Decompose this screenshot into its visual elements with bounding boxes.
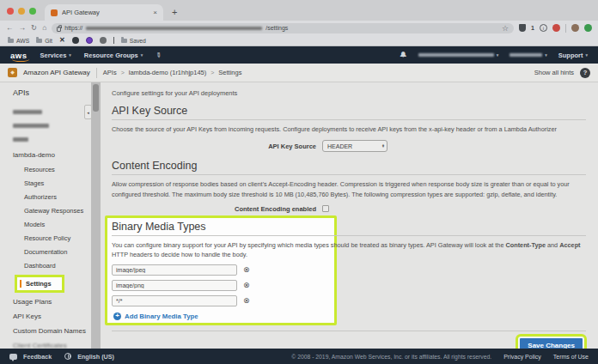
sidebar-item-api-keys[interactable]: API Keys	[13, 309, 91, 324]
chevron-down-icon: ▾	[545, 52, 547, 58]
content-encoding-heading: Content Encoding	[112, 160, 586, 172]
region-menu[interactable]: ▾	[510, 52, 547, 58]
api-key-source-heading: API Key Source	[112, 105, 586, 117]
folder-icon	[8, 39, 14, 43]
sidebar-item-usage-plans[interactable]: Usage Plans	[13, 294, 91, 309]
shield-extension-icon[interactable]	[519, 24, 526, 32]
save-changes-button[interactable]: Save Changes	[518, 337, 584, 349]
lock-icon	[57, 27, 61, 32]
notifications-bell-icon[interactable]: 🔔︎	[400, 51, 407, 59]
chevron-down-icon: ▾	[141, 52, 143, 58]
sidebar: APIs lambda-demo Resources Stages Author…	[0, 82, 91, 349]
services-menu[interactable]: Services▾	[40, 52, 70, 59]
back-icon[interactable]: ←	[6, 24, 14, 32]
folder-icon	[121, 39, 127, 43]
new-tab-button[interactable]: +	[172, 7, 177, 17]
account-menu[interactable]: ▾	[418, 52, 499, 58]
extension-badge[interactable]: 1	[531, 25, 534, 31]
sidebar-item-settings-active[interactable]: Settings	[15, 275, 64, 293]
sidebar-heading: APIs	[13, 88, 91, 97]
feedback-link[interactable]: Feedback	[23, 353, 52, 361]
bookmark-x-icon[interactable]: ✕	[59, 37, 65, 44]
panel-intro: Configure settings for your API deployme…	[112, 89, 586, 97]
reload-icon[interactable]: ↻	[31, 24, 37, 32]
sidebar-item-custom-domain-names[interactable]: Custom Domain Names	[13, 324, 91, 338]
bookmark-purple-icon[interactable]	[86, 37, 93, 44]
add-binary-media-type-link[interactable]: + Add Binary Media Type	[113, 312, 586, 320]
sidebar-item-authorizers[interactable]: Authorizers	[13, 191, 91, 204]
show-all-hints-button[interactable]: Show all hints	[534, 69, 574, 76]
globe-icon	[64, 353, 71, 360]
terms-of-use-link[interactable]: Terms of Use	[553, 354, 589, 360]
breadcrumb-api[interactable]: lambda-demo (1r1hhjp145)	[129, 69, 206, 76]
close-tab-icon[interactable]: ×	[153, 9, 157, 16]
redacted-api-name[interactable]	[13, 124, 49, 128]
redacted-api-name[interactable]	[13, 110, 42, 114]
breadcrumb: APIs > lambda-demo (1r1hhjp145) > Settin…	[103, 69, 242, 76]
aws-logo[interactable]: aws	[10, 51, 27, 60]
breadcrumb-apis[interactable]: APIs	[103, 69, 117, 76]
remove-media-type-icon[interactable]: ⊗	[243, 282, 250, 289]
bookmark-star-icon[interactable]: ☆	[502, 24, 509, 33]
media-type-input[interactable]	[112, 264, 237, 276]
save-row: Save Changes	[112, 331, 586, 349]
language-selector[interactable]: English (US)	[77, 353, 114, 361]
minimize-window-button[interactable]	[18, 8, 25, 15]
media-type-row: ⊗	[112, 280, 586, 291]
add-plus-icon: +	[113, 312, 121, 320]
privacy-policy-link[interactable]: Privacy Policy	[503, 354, 541, 360]
chevron-down-icon: ▾	[497, 52, 499, 58]
bookmark-gray-icon[interactable]	[100, 37, 107, 44]
sidebar-item-gateway-responses[interactable]: Gateway Responses	[13, 204, 91, 218]
address-bar[interactable]: https:// /settings ☆	[52, 23, 514, 33]
bookmarks-bar: AWS Git ✕ Saved	[0, 35, 598, 46]
content-encoding-checkbox[interactable]	[322, 205, 329, 212]
bookmark-bar-icon[interactable]	[113, 37, 114, 44]
close-window-button[interactable]	[7, 8, 14, 15]
help-icon[interactable]: ?	[580, 68, 590, 78]
browser-window: API Gateway × + ← → ↻ ⌂ https:// /settin…	[0, 0, 598, 364]
profile-avatar[interactable]	[571, 24, 579, 32]
media-type-input[interactable]	[112, 295, 237, 306]
sidebar-item-documentation[interactable]: Documentation	[13, 246, 91, 259]
bookmark-dark-icon[interactable]	[72, 37, 79, 44]
sidebar-item-lambda-demo[interactable]: lambda-demo	[13, 151, 91, 159]
maximize-window-button[interactable]	[29, 8, 36, 15]
media-type-row: ⊗	[112, 264, 586, 276]
sidebar-collapse-button[interactable]: ◂	[84, 105, 92, 119]
breadcrumb-bar: ◆ Amazon API Gateway APIs > lambda-demo …	[0, 64, 598, 82]
browser-tab[interactable]: API Gateway ×	[45, 4, 163, 21]
red-extension-icon[interactable]	[552, 24, 560, 32]
sidebar-item-client-certificates[interactable]: Client Certificates	[13, 338, 91, 349]
home-icon[interactable]: ⌂	[42, 24, 46, 32]
sidebar-item-dashboard[interactable]: Dashboard	[13, 259, 91, 273]
resource-groups-menu[interactable]: Resource Groups▾	[84, 52, 143, 59]
pin-icon[interactable]: ✎	[154, 50, 163, 59]
binary-media-types-section: Binary Media Types You can configure bin…	[112, 221, 586, 321]
support-menu[interactable]: Support▾	[558, 52, 588, 59]
bookmark-folder-git[interactable]: Git	[36, 38, 52, 44]
sidebar-scrollbar[interactable]: ◂	[91, 82, 101, 349]
bookmark-folder-aws[interactable]: AWS	[8, 38, 29, 44]
nav-right: 🔔︎ ▾ ▾ Support▾	[400, 51, 588, 59]
green-status-icon[interactable]	[584, 24, 592, 32]
forward-icon[interactable]: →	[19, 24, 27, 32]
service-name[interactable]: Amazon API Gateway	[23, 69, 90, 76]
api-key-source-select[interactable]: HEADER ▲▼	[322, 140, 387, 152]
bookmark-folder-saved[interactable]: Saved	[121, 38, 146, 44]
remove-media-type-icon[interactable]: ⊗	[243, 266, 250, 274]
sidebar-item-stages[interactable]: Stages	[13, 177, 91, 191]
remove-media-type-icon[interactable]: ⊗	[243, 297, 250, 305]
sidebar-item-models[interactable]: Models	[13, 218, 91, 232]
media-type-input[interactable]	[112, 280, 237, 291]
info-extension-icon[interactable]: i	[540, 24, 547, 32]
sidebar-item-resources[interactable]: Resources	[13, 163, 91, 177]
divider	[112, 119, 586, 120]
redacted-api-name[interactable]	[13, 137, 28, 142]
scrollbar-thumb[interactable]	[93, 84, 99, 112]
copyright-text: © 2008 - 2019, Amazon Web Services, Inc.…	[291, 354, 491, 360]
sidebar-item-resource-policy[interactable]: Resource Policy	[13, 232, 91, 246]
api-gateway-favicon	[51, 9, 58, 16]
divider	[112, 235, 586, 236]
media-type-row: ⊗	[112, 295, 586, 306]
